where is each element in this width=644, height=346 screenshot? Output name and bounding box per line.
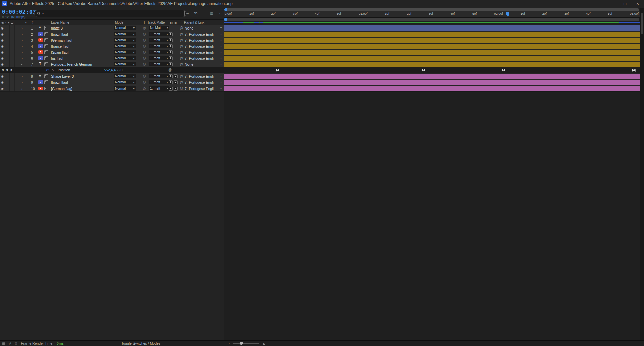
layer-row[interactable]: ◉ › 1 matte 3 Normal▾ @ No Mat▾ @ [0,25,224,31]
blend-mode-select[interactable]: Normal▾ [114,50,136,54]
pickwhip-icon[interactable]: @ [179,62,184,66]
next-keyframe-icon[interactable]: ▶ [11,68,13,71]
mini-flowchart-icon[interactable]: ⇥ [184,11,190,16]
twirl-arrow-icon[interactable]: › [19,80,25,84]
matte-toggle-icon[interactable]: @ [141,81,147,84]
collapse-transform-icon[interactable] [44,86,48,90]
preserve-transparency-icon[interactable] [174,80,178,84]
alpha-matte-icon[interactable] [169,86,173,91]
frame-blend-icon[interactable]: ◫ [209,11,214,16]
matte-toggle-icon[interactable]: @ [141,45,147,48]
track-matte-select[interactable]: 1. matt▾ [149,80,169,84]
vertical-scrollbar[interactable] [640,8,644,346]
blend-mode-select[interactable]: Normal▾ [114,80,136,84]
property-value[interactable]: 552,4,456,0 [104,68,122,72]
twirl-arrow-icon[interactable]: › [20,62,24,67]
pickwhip-icon[interactable]: @ [179,80,184,84]
layer-row[interactable]: ◉ › 6 [us flag] Normal▾ @ 1. matt▾ @ [0,55,224,61]
layer-row[interactable]: ◉ › 3 [German flag] Normal▾ @ 1. matt▾ @ [0,37,224,43]
column-parent-link[interactable]: Parent & Link [184,21,224,24]
column-track-matte[interactable]: Track Matte [147,21,169,24]
shy-layers-icon[interactable]: ☰ [201,11,206,16]
toggle-switches-modes-button[interactable]: Toggle Switches / Modes [121,341,160,345]
keyframe-icon[interactable] [276,69,279,72]
settings-gear-icon[interactable]: ⚙ [15,342,18,345]
prev-keyframe-icon[interactable]: ◀ [1,68,4,71]
collapse-transform-icon[interactable] [44,74,48,78]
track-matte-select[interactable]: No Mat▾ [149,26,169,30]
current-timecode[interactable]: 0:00:02:03 [2,9,33,15]
pickwhip-icon[interactable]: @ [179,56,184,60]
twirl-arrow-icon[interactable]: › [19,26,25,30]
layer-row[interactable]: ◉ › 10 [German flag] Normal▾ @ 1. matt▾ … [0,85,224,92]
zoom-slider-thumb[interactable] [240,342,243,345]
eye-icon[interactable]: ◉ [0,37,5,43]
layer-row[interactable]: ◉ › 7 Portuge... French German Normal▾ @… [0,61,224,67]
layer-name[interactable]: [Spain flag] [51,50,112,54]
track-matte-select[interactable]: 1. matt▾ [149,74,169,78]
alpha-matte-icon[interactable] [169,38,173,42]
layer-name[interactable]: [brazil flag] [51,32,112,36]
minimize-button[interactable]: ─ [606,0,619,7]
layer-name[interactable]: [German flag] [51,86,112,91]
pickwhip-icon[interactable]: @ [179,86,184,90]
blend-mode-select[interactable]: Normal▾ [114,86,136,91]
twirl-arrow-icon[interactable]: › [19,44,25,48]
close-button[interactable]: ✕ [631,0,644,7]
eye-icon[interactable]: ◉ [0,31,5,37]
blend-mode-select[interactable]: Normal▾ [114,44,136,48]
column-t[interactable]: T [141,21,147,24]
parent-link-select[interactable]: 7. Portugese Engli▾ [184,44,224,48]
alpha-matte-icon[interactable] [169,62,173,66]
alpha-matte-icon[interactable] [169,44,173,48]
parent-link-select[interactable]: None▾ [184,26,224,30]
parent-link-select[interactable]: 7. Portugese Engli▾ [184,50,224,54]
draft-3d-icon[interactable]: 3D [193,11,198,16]
matte-toggle-icon[interactable]: @ [141,51,147,54]
column-layer-name[interactable]: Layer Name [51,21,112,24]
twirl-arrow-icon[interactable]: › [19,50,25,54]
twirl-arrow-icon[interactable]: › [19,74,25,78]
parent-link-select[interactable]: 7. Portugese Engli▾ [184,74,224,78]
layer-duration-bar[interactable] [224,38,640,43]
keyframe-icon[interactable] [422,69,425,72]
matte-toggle-icon[interactable]: @ [141,39,147,42]
eye-icon[interactable]: ◉ [0,55,5,61]
layer-name[interactable]: Portuge... French German [51,62,112,66]
eye-icon[interactable]: ◉ [0,73,5,79]
twirl-arrow-icon[interactable]: › [19,56,25,60]
collapse-transform-icon[interactable] [44,32,48,36]
layer-duration-bar[interactable] [224,56,640,61]
parent-link-select[interactable]: 7. Portugese Engli▾ [184,86,224,91]
blend-mode-select[interactable]: Normal▾ [114,32,136,36]
matte-toggle-icon[interactable]: @ [141,87,147,90]
layer-name[interactable]: Shape Layer 3 [51,74,112,78]
pickwhip-icon[interactable]: @ [179,26,184,30]
layer-name[interactable]: [brazil flag] [51,80,112,84]
matte-toggle-icon[interactable]: @ [141,75,147,78]
work-area-bar[interactable] [224,18,639,21]
collapse-transform-icon[interactable] [44,38,48,42]
matte-toggle-icon[interactable]: @ [141,63,147,66]
parent-link-select[interactable]: 7. Portugese Engli▾ [184,56,224,60]
keyframe-icon[interactable] [502,69,505,72]
pickwhip-icon[interactable]: @ [179,74,184,78]
layer-duration-bar[interactable] [224,86,640,91]
track-matte-select[interactable]: 1. matt▾ [149,32,169,36]
track-matte-select[interactable]: 1. matt▾ [149,56,169,60]
alpha-matte-icon[interactable] [169,56,173,60]
alpha-matte-icon[interactable] [169,80,173,84]
layer-duration-bar[interactable] [224,44,640,49]
layer-duration-bar[interactable] [224,62,640,67]
layer-duration-bar[interactable] [224,25,640,31]
collapse-transform-icon[interactable] [44,80,48,84]
track-matte-select[interactable]: 1. matt▾ [149,86,169,91]
collapse-transform-icon[interactable] [44,50,48,54]
blend-mode-select[interactable]: Normal▾ [114,26,136,30]
layer-name[interactable]: [us flag] [51,56,112,60]
matte-toggle-icon[interactable]: @ [141,26,147,30]
collapse-transform-icon[interactable] [44,26,48,30]
layer-row[interactable]: ◉ › 5 [Spain flag] Normal▾ @ 1. matt▾ @ [0,49,224,55]
eye-icon[interactable]: ◉ [0,43,5,49]
matte-toggle-icon[interactable]: @ [141,57,147,60]
